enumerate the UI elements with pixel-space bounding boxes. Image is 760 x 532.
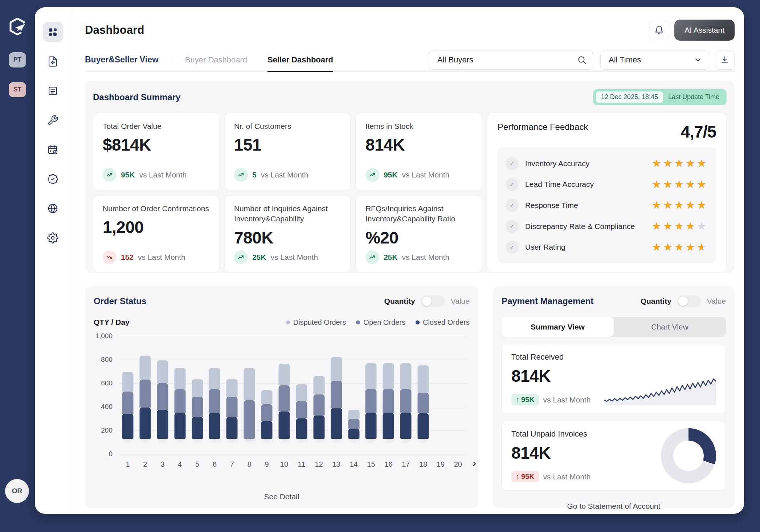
nav-calendar-check-icon[interactable] bbox=[43, 139, 63, 160]
workspace-rail: PT ST OR bbox=[0, 0, 35, 532]
tab-buyer-dashboard[interactable]: Buyer Dashboard bbox=[185, 48, 247, 71]
download-icon bbox=[720, 55, 730, 65]
nav-rail bbox=[35, 7, 71, 514]
payment-management-panel: Payment Management Quantity Value Summar… bbox=[493, 286, 735, 508]
tab-seller-dashboard[interactable]: Seller Dashboard bbox=[267, 48, 333, 71]
performance-title: Performance Feedback bbox=[498, 122, 588, 132]
company-logo-icon[interactable] bbox=[7, 16, 28, 37]
order-status-panel: Order Status Quantity Value QTY / Day Di… bbox=[85, 286, 478, 508]
kpi-inquiries: Number of Inquiries Against Inventory&Ca… bbox=[224, 195, 351, 273]
download-button[interactable] bbox=[715, 50, 735, 70]
performance-list: ✓ Inventory Accuracy ★★★★★★★★★★ ✓ Lead T… bbox=[498, 147, 716, 263]
page-title: Dashboard bbox=[85, 24, 144, 37]
legend-closed-orders[interactable]: Closed Orders bbox=[416, 318, 470, 327]
main-content: Dashboard AI Assistant Buyer&Seller View… bbox=[71, 7, 744, 514]
app-window: Dashboard AI Assistant Buyer&Seller View… bbox=[35, 7, 744, 514]
nav-tools-icon[interactable] bbox=[43, 110, 63, 130]
feedback-row: ✓ Response Time ★★★★★★★★★★ bbox=[506, 199, 708, 212]
legend-open-orders[interactable]: Open Orders bbox=[356, 318, 405, 327]
star-rating: ★★★★★★★★★★ bbox=[652, 200, 708, 210]
summary-title: Dashboard Summary bbox=[93, 92, 180, 102]
performance-feedback-card: Performance Feedback 4,7/5 ✓ Inventory A… bbox=[487, 113, 727, 273]
kpi-total-order-value: Total Order Value $814K 95Kvs Last Month bbox=[93, 113, 219, 190]
delta-pill: ↑95K bbox=[511, 394, 539, 405]
nav-quality-badge-icon[interactable] bbox=[43, 169, 63, 189]
trend-down-icon bbox=[103, 250, 117, 264]
buyer-search bbox=[429, 50, 593, 70]
nav-smart-document-icon[interactable] bbox=[43, 51, 63, 71]
received-sparkline bbox=[604, 369, 716, 405]
see-detail-link[interactable]: See Detail bbox=[85, 492, 478, 502]
tab-chart-view[interactable]: Chart View bbox=[614, 317, 726, 337]
search-icon bbox=[577, 55, 587, 65]
star-rating: ★★★★★★★★★★ bbox=[652, 221, 708, 232]
quantity-value-toggle[interactable] bbox=[421, 295, 445, 307]
trend-up-icon bbox=[234, 250, 248, 264]
order-status-chart: 1,0008006004002000 123456789101112131415… bbox=[94, 336, 470, 478]
arrow-up-icon: ↑ bbox=[516, 396, 519, 404]
dashboard-summary-panel: Dashboard Summary 12 Dec 2025, 18:45 Las… bbox=[85, 81, 735, 273]
feedback-row: ✓ Inventory Accuracy ★★★★★★★★★★ bbox=[506, 157, 708, 170]
workspace-pt-badge[interactable]: PT bbox=[9, 52, 26, 67]
order-ylabels: 1,0008006004002000 bbox=[94, 336, 113, 454]
nav-settings-gear-icon[interactable] bbox=[43, 228, 63, 248]
statement-of-account-link[interactable]: Go to Statement of Account bbox=[565, 502, 663, 511]
view-segmented-control: Summary View Chart View bbox=[502, 317, 726, 337]
check-icon: ✓ bbox=[506, 199, 519, 212]
next-page-icon[interactable]: › bbox=[470, 457, 478, 469]
payment-title: Payment Management bbox=[502, 296, 593, 306]
performance-score: 4,7/5 bbox=[681, 122, 716, 142]
tab-summary-view[interactable]: Summary View bbox=[502, 317, 614, 337]
kpi-items-in-stock: Items in Stock 814K 95Kvs Last Month bbox=[356, 113, 482, 190]
order-bars bbox=[119, 336, 467, 454]
delta-pill: ↑95K bbox=[511, 471, 539, 482]
nav-dashboard-grid-icon[interactable] bbox=[43, 22, 63, 42]
order-xlabels: 1234567891011121314151617181920 bbox=[119, 460, 467, 468]
trend-up-icon bbox=[365, 168, 379, 182]
chevron-down-icon bbox=[694, 56, 702, 64]
workspace-st-badge[interactable]: ST bbox=[9, 82, 26, 97]
star-rating: ★★★★★★★★★★ bbox=[652, 179, 708, 190]
nav-globe-icon[interactable] bbox=[43, 198, 63, 218]
view-switch-label[interactable]: Buyer&Seller View bbox=[85, 55, 159, 65]
notifications-button[interactable] bbox=[649, 20, 669, 40]
time-filter-value: All Times bbox=[609, 55, 641, 65]
check-icon: ✓ bbox=[506, 157, 519, 170]
user-avatar[interactable]: OR bbox=[5, 479, 29, 503]
trend-up-icon bbox=[365, 250, 379, 264]
unpaid-donut-chart bbox=[661, 428, 716, 483]
tabs-divider bbox=[172, 54, 172, 66]
feedback-row: ✓ Lead Time Accuracy ★★★★★★★★★★ bbox=[506, 178, 708, 191]
check-icon: ✓ bbox=[506, 241, 519, 254]
ai-assistant-button[interactable]: AI Assistant bbox=[674, 20, 735, 41]
last-update-time: 12 Dec 2025, 18:45 bbox=[596, 91, 663, 103]
kpi-grid: Total Order Value $814K 95Kvs Last Month… bbox=[93, 113, 482, 273]
total-unpaid-card: Total Unpaid Invoices 814K ↑95K vs Last … bbox=[502, 421, 726, 491]
kpi-rfq-ratio: RFQs/Inquiries Against Inventory&Capabil… bbox=[356, 195, 482, 273]
app-screen: PT ST OR bbox=[0, 0, 760, 532]
trend-up-icon bbox=[103, 168, 117, 182]
bell-icon bbox=[654, 25, 664, 35]
feedback-row: ✓ Discrepancy Rate & Compliance ★★★★★★★★… bbox=[506, 220, 708, 233]
nav-notes-icon[interactable] bbox=[43, 81, 63, 101]
tabs-row: Buyer&Seller View Buyer Dashboard Seller… bbox=[85, 48, 735, 72]
kpi-order-confirmations: Number of Order Confirmations 1,200 152v… bbox=[93, 195, 219, 273]
kpi-nr-customers: Nr. of Customers 151 5vs Last Month bbox=[224, 113, 351, 190]
total-received-card: Total Received 814K ↑95K vs Last Month bbox=[502, 344, 726, 414]
legend-disputed-orders[interactable]: Disputed Orders bbox=[286, 318, 346, 327]
order-status-title: Order Status bbox=[94, 296, 146, 306]
star-rating: ★★★★★★★★★★ bbox=[652, 242, 708, 253]
search-input[interactable] bbox=[429, 50, 593, 70]
feedback-row: ✓ User Rating ★★★★★★★★★★ bbox=[506, 241, 708, 254]
check-icon: ✓ bbox=[506, 178, 519, 191]
chart-legend: Disputed Orders Open Orders Closed Order… bbox=[286, 318, 470, 327]
time-filter-select[interactable]: All Times bbox=[600, 50, 709, 70]
last-update-badge: 12 Dec 2025, 18:45 Last Update Time bbox=[593, 89, 727, 105]
trend-up-icon bbox=[234, 168, 248, 182]
check-icon: ✓ bbox=[506, 220, 519, 233]
payment-quantity-value-toggle[interactable] bbox=[677, 295, 701, 307]
last-update-label: Last Update Time bbox=[668, 93, 719, 101]
star-rating: ★★★★★★★★★★ bbox=[652, 158, 708, 169]
arrow-up-icon: ↑ bbox=[516, 472, 519, 481]
axis-label: QTY / Day bbox=[94, 318, 130, 327]
